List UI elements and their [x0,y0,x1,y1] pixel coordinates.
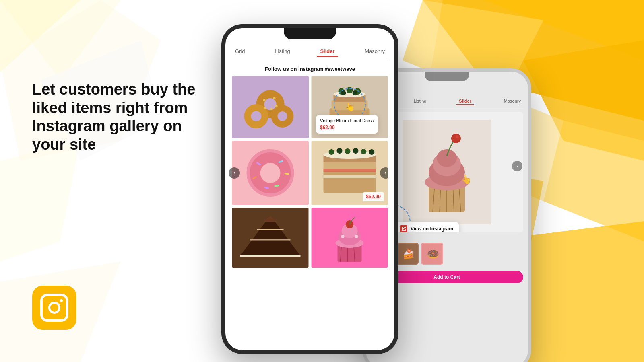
svg-rect-73 [324,169,376,172]
phone-front: Grid Listing Slider Masonry Follow us on… [221,24,398,354]
svg-point-79 [361,149,367,154]
svg-text:🍩: 🍩 [427,248,439,260]
svg-point-78 [353,148,359,154]
grid-cell-1[interactable] [232,76,309,138]
price-badge: $52.99 [363,192,384,201]
product-name: Vintage Bloom Floral Dress [320,118,374,123]
svg-point-47 [270,108,273,110]
view-instagram-icon [400,225,407,232]
svg-point-43 [263,99,266,101]
front-tab-grid[interactable]: Grid [232,47,248,57]
svg-point-80 [369,149,375,155]
view-instagram-label: View on Instagram [411,226,453,232]
svg-point-28 [456,135,459,138]
svg-point-26 [437,149,457,167]
svg-rect-74 [324,175,376,178]
grid-cell-6[interactable] [311,208,388,268]
svg-point-96 [341,235,345,238]
cupcake-svg: 👆 [402,120,491,224]
svg-point-27 [451,134,461,143]
svg-point-76 [337,148,343,154]
product-price: $62.99 [320,125,374,130]
instagram-icon-bg [32,286,76,330]
back-tab-slider[interactable]: Slider [456,98,474,105]
phone-front-content: Grid Listing Slider Masonry Follow us on… [225,39,394,347]
svg-rect-69 [324,169,376,193]
left-section: Let customers buy the liked items right … [32,80,201,170]
instagram-icon-wrap [32,286,76,330]
thumb-2[interactable]: 🍰 [396,243,419,265]
svg-point-60 [260,163,281,183]
svg-point-42 [278,111,287,121]
back-tab-listing[interactable]: Listing [411,98,429,105]
phones-section: F... Grid Listing Slider Masonry [201,12,624,362]
instagram-icon-border [40,294,68,322]
grid-cell-5[interactable] [232,208,309,268]
back-slider-right-arrow[interactable]: › [512,161,522,171]
main-heading: Let customers buy the liked items right … [32,80,201,154]
slider-right-arrow[interactable]: › [380,167,388,179]
back-tab-masonry[interactable]: Masonry [502,98,523,105]
svg-point-77 [345,148,351,154]
front-tab-masonry[interactable]: Masonry [361,47,388,57]
front-tab-listing[interactable]: Listing [272,47,293,57]
product-tooltip[interactable]: Vintage Bloom Floral Dress $62.99 [316,115,378,134]
slider-row: ‹ [232,141,309,205]
cursor-hand: 👆 [344,101,356,113]
svg-marker-0 [0,0,121,80]
phone-notch-front [284,28,336,39]
svg-point-45 [275,105,278,107]
image-grid: 👆 Vintage Bloom Floral Dress $62.99 [232,76,388,268]
view-instagram-button[interactable]: View on Instagram [394,222,459,232]
slider-left-arrow[interactable]: ‹ [229,167,240,179]
grid-cell-4[interactable]: $52.99 › [311,141,388,205]
svg-text:🍰: 🍰 [402,248,415,260]
svg-point-75 [329,149,334,155]
front-tab-slider[interactable]: Slider [317,47,338,57]
front-tabs: Grid Listing Slider Masonry [232,43,388,61]
svg-point-44 [273,97,276,99]
thumb-3[interactable]: 🍩 [421,243,443,265]
svg-point-46 [264,107,266,109]
phone-notch-back [425,72,469,81]
svg-marker-1 [0,0,80,72]
instagram-heading: Follow us on instagram #sweetwave [232,66,388,72]
instagram-icon-circle [48,302,60,314]
svg-point-40 [251,111,262,121]
grid-cell-2[interactable]: 👆 Vintage Bloom Floral Dress $62.99 [311,76,388,138]
grid-cell-3[interactable] [232,141,309,205]
instagram-icon-dot [60,299,63,302]
svg-text:👆: 👆 [461,174,472,185]
svg-point-97 [355,235,358,238]
